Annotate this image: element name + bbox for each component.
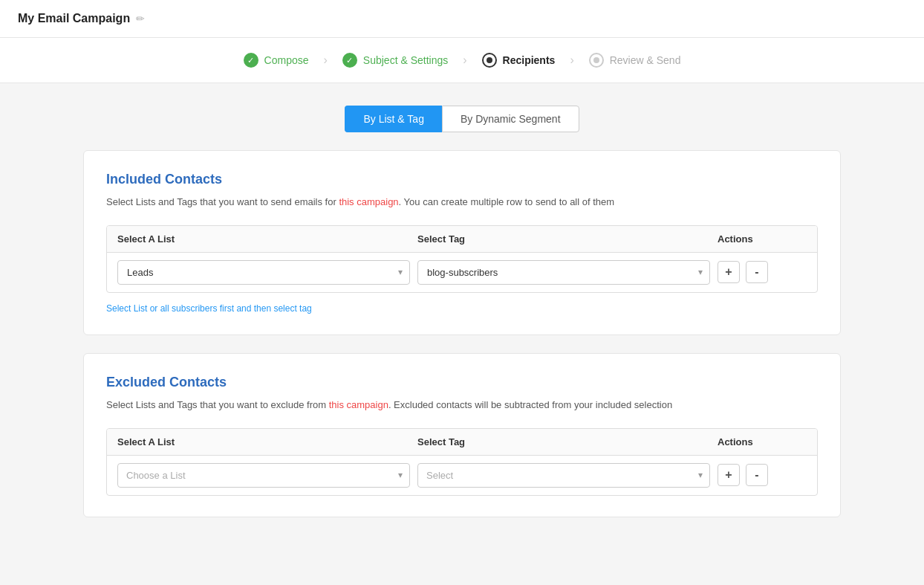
step-compose-icon: ✓: [244, 53, 258, 68]
step-compose[interactable]: ✓ Compose: [244, 53, 309, 68]
included-header-actions: Actions: [718, 233, 807, 245]
main-content: By List & Tag By Dynamic Segment Include…: [53, 83, 871, 557]
excluded-contacts-table: Select A List Select Tag Actions ▾ Choos…: [106, 428, 818, 496]
stepper-arrow-3: ›: [570, 54, 573, 67]
excluded-actions-cell: + -: [718, 464, 807, 486]
stepper-arrow-2: ›: [463, 54, 466, 67]
included-hint-text: Select List or all subscribers first and…: [106, 303, 818, 314]
excluded-table-row: ▾ Choose a List ▾ Select + -: [107, 456, 817, 495]
included-contacts-card: Included Contacts Select Lists and Tags …: [83, 150, 841, 335]
excluded-table-header: Select A List Select Tag Actions: [107, 429, 817, 456]
included-list-select-wrapper: Leads ▾: [117, 260, 410, 285]
step-recipients[interactable]: Recipients: [482, 53, 556, 68]
included-table-row: Leads ▾ blog-subscribers ▾ + -: [107, 253, 817, 292]
excluded-tag-select-wrapper: ▾ Select: [417, 463, 710, 488]
included-remove-row-button[interactable]: -: [746, 261, 768, 283]
excluded-contacts-desc: Select Lists and Tags that you want to e…: [106, 398, 818, 413]
step-review-icon: [589, 53, 604, 68]
excluded-header-actions: Actions: [718, 436, 807, 447]
step-subject-settings[interactable]: ✓ Subject & Settings: [342, 53, 448, 68]
tab-bar: By List & Tag By Dynamic Segment: [83, 106, 841, 132]
stepper: ✓ Compose › ✓ Subject & Settings › Recip…: [0, 38, 924, 83]
excluded-contacts-card: Excluded Contacts Select Lists and Tags …: [83, 353, 841, 517]
excluded-add-row-button[interactable]: +: [718, 464, 740, 486]
excluded-tag-select[interactable]: [417, 463, 710, 488]
included-table-header: Select A List Select Tag Actions: [107, 226, 817, 253]
included-tag-select[interactable]: blog-subscribers: [417, 260, 710, 285]
excluded-list-select-wrapper: ▾ Choose a List: [117, 463, 410, 488]
included-add-row-button[interactable]: +: [718, 261, 740, 283]
step-recipients-label: Recipients: [503, 54, 556, 66]
included-header-list: Select A List: [117, 233, 417, 245]
edit-campaign-icon[interactable]: ✏: [136, 13, 145, 25]
included-tag-select-wrapper: blog-subscribers ▾: [417, 260, 710, 285]
included-list-select[interactable]: Leads: [117, 260, 410, 285]
excluded-contacts-title: Excluded Contacts: [106, 375, 818, 390]
page-header: My Email Campaign ✏: [0, 0, 924, 38]
page-title: My Email Campaign: [18, 12, 130, 25]
included-actions-cell: + -: [718, 261, 807, 283]
step-subject-label: Subject & Settings: [363, 54, 448, 66]
step-recipients-icon: [482, 53, 497, 68]
excluded-header-list: Select A List: [117, 436, 417, 447]
excluded-remove-row-button[interactable]: -: [746, 464, 768, 486]
excluded-header-tag: Select Tag: [417, 436, 718, 447]
tab-by-dynamic-segment[interactable]: By Dynamic Segment: [442, 106, 579, 132]
included-contacts-table: Select A List Select Tag Actions Leads ▾…: [106, 225, 818, 293]
included-header-tag: Select Tag: [417, 233, 718, 245]
step-compose-label: Compose: [264, 54, 309, 66]
step-review-label: Review & Send: [610, 54, 681, 66]
excluded-list-select[interactable]: [117, 463, 410, 488]
step-review-send[interactable]: Review & Send: [589, 53, 681, 68]
tab-by-list-tag[interactable]: By List & Tag: [345, 106, 441, 132]
step-subject-icon: ✓: [342, 53, 357, 68]
included-contacts-title: Included Contacts: [106, 172, 818, 187]
stepper-arrow-1: ›: [324, 54, 328, 67]
included-contacts-desc: Select Lists and Tags that you want to s…: [106, 195, 818, 210]
